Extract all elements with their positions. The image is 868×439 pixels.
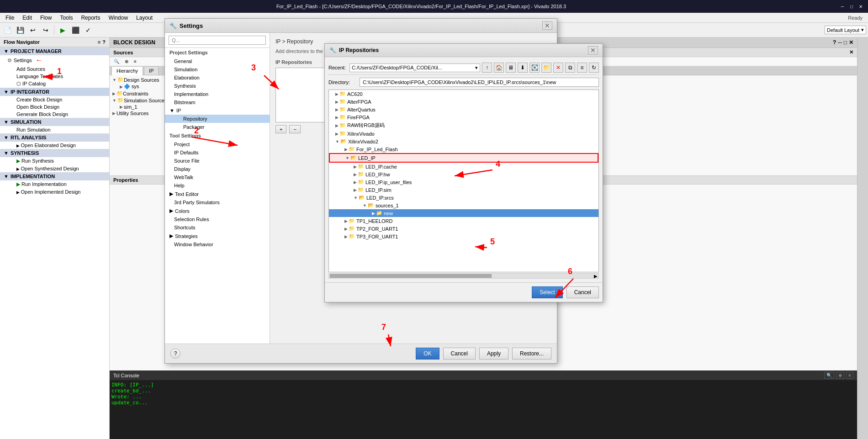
settings-search-input[interactable] — [169, 36, 266, 45]
settings-display[interactable]: Display — [165, 165, 270, 173]
ip-delete-btn[interactable]: ✕ — [553, 63, 563, 73]
settings-ok-btn[interactable]: OK — [416, 348, 439, 360]
ip-tree-led-ip-sim[interactable]: ▶ 📁 LED_IP.sim — [329, 186, 598, 194]
ip-tree-led-ip-user-files[interactable]: ▶ 📁 LED_IP.ip_user_files — [329, 178, 598, 186]
ip-tree-rawrgb[interactable]: ▶ 📁 RAW转RGB源码 — [329, 121, 598, 130]
folder-for-ip: 📁 — [349, 146, 355, 152]
ip-tree-tp1[interactable]: ▶ 📁 TP1_HEELORD — [329, 217, 598, 225]
settings-ip-defaults[interactable]: IP Defaults — [165, 148, 270, 157]
folder-led-user-files: 📁 — [358, 179, 364, 185]
settings-tool-settings-label: Tool Settings — [165, 131, 270, 140]
chevron-led-hw: ▶ — [354, 172, 357, 177]
folder-led-srcs: 📂 — [359, 195, 365, 201]
ip-recent-arrow-icon: ▾ — [475, 65, 478, 71]
ip-tree-for-ip-led-flash[interactable]: ▶ 📁 For_IP_Led_Flash — [329, 145, 598, 153]
ip-tree-led-ip[interactable]: ▼ 📂 LED_IP — [329, 153, 598, 163]
settings-simulation[interactable]: Simulation — [165, 65, 270, 74]
settings-dialog-titlebar: 🔧 Settings ✕ — [165, 19, 557, 33]
settings-packager[interactable]: Packager — [165, 123, 270, 131]
ip-drive-btn[interactable]: 💽 — [529, 63, 540, 73]
settings-tree: Project Settings General Simulation Elab… — [165, 48, 270, 344]
settings-selection-rules[interactable]: Selection Rules — [165, 215, 270, 223]
chevron-tp2: ▶ — [344, 227, 348, 231]
ip-tree-led-ip-cache[interactable]: ▶ 📁 LED_IP.cache — [329, 163, 598, 170]
chevron-rawrgb: ▶ — [335, 123, 339, 128]
scrollbar-thumb-h — [330, 274, 492, 278]
ip-tree-tp3[interactable]: ▶ 📁 TP3_FOR_UART1 — [329, 233, 598, 240]
settings-3rd-party[interactable]: 3rd Party Simulators — [165, 198, 270, 206]
settings-strategies-group[interactable]: ▶ Strategies — [165, 232, 270, 240]
settings-implementation[interactable]: Implementation — [165, 90, 270, 98]
settings-synthesis[interactable]: Synthesis — [165, 82, 270, 90]
ip-up-btn[interactable]: ↑ — [482, 63, 492, 73]
ip-tree-sources-1[interactable]: ▼ 📂 sources_1 — [329, 201, 598, 209]
settings-restore-btn[interactable]: Restore... — [512, 348, 551, 360]
ip-new-folder-btn[interactable]: 📁 — [541, 63, 551, 73]
settings-help[interactable]: Help — [165, 181, 270, 190]
ip-tree-container: ▶ 📁 AC620 ▶ 📁 AlterFPGA ▶ 📁 AlterQuartus — [328, 90, 599, 272]
ip-tree-alterfpga[interactable]: ▶ 📁 AlterFPGA — [329, 98, 598, 106]
settings-project-settings-label: Project Settings — [165, 48, 270, 57]
chevron-led-ip: ▼ — [345, 156, 349, 160]
folder-alterquartus: 📁 — [339, 106, 346, 112]
ip-repo-flame-icon: 🔧 — [329, 47, 336, 53]
settings-text-editor-label: Text Editor — [175, 191, 199, 197]
ip-recent-dropdown[interactable]: C:/Users/ZF/Desktop/FPGA_CODE/Xil... ▾ — [349, 63, 480, 72]
folder-firefpga: 📁 — [339, 114, 346, 120]
ip-tree-led-ip-hw[interactable]: ▶ 📁 LED_IP.hw — [329, 170, 598, 178]
ip-repo-add-btn[interactable]: + — [275, 125, 286, 133]
settings-apply-btn[interactable]: Apply — [479, 348, 508, 360]
folder-new: 📁 — [376, 210, 382, 216]
settings-project[interactable]: Project — [165, 140, 270, 148]
ip-recent-path: C:/Users/ZF/Desktop/FPGA_CODE/Xil... — [352, 65, 442, 70]
settings-elaboration[interactable]: Elaboration — [165, 74, 270, 82]
ip-tree-xilinxvivado[interactable]: ▶ 📁 XilinxVivado — [329, 130, 598, 138]
ip-tree-scrollbar-h[interactable]: ▶ — [328, 273, 599, 279]
ip-tree-alterquartus[interactable]: ▶ 📁 AlterQuartus — [329, 106, 598, 113]
settings-source-file[interactable]: Source File — [165, 157, 270, 165]
folder-led-sim: 📁 — [358, 187, 364, 193]
settings-ip-group[interactable]: ▼ IP — [165, 106, 270, 115]
chevron-led-srcs: ▼ — [354, 196, 358, 200]
ip-repo-close[interactable]: ✕ — [588, 46, 598, 54]
folder-led-cache: 📁 — [358, 164, 364, 169]
folder-tp1: 📁 — [349, 218, 355, 224]
ip-repo-cancel-btn[interactable]: Cancel — [566, 286, 599, 298]
ip-dir-row: Directory: — [328, 78, 599, 87]
ip-tree-firefpga[interactable]: ▶ 📁 FireFPGA — [329, 113, 598, 121]
ip-tree-new[interactable]: ▶ 📁 new — [329, 209, 598, 217]
ip-repo-titlebar: 🔧 IP Repositories ✕ — [325, 44, 603, 57]
folder-sources-1: 📂 — [368, 202, 374, 208]
folder-rawrgb: 📁 — [339, 122, 346, 128]
ip-tree-xilinxvivado2[interactable]: ▼ 📂 XilinxVivado2 — [329, 138, 598, 145]
ip-download-btn[interactable]: ⬇ — [518, 63, 528, 73]
ip-copy-btn[interactable]: ⧉ — [565, 63, 575, 73]
ip-desktop-btn[interactable]: 🖥 — [506, 63, 516, 73]
ip-repo-select-btn[interactable]: Select — [532, 286, 562, 298]
ip-tree-tp2[interactable]: ▶ 📁 TP2_FOR_UART1 — [329, 225, 598, 233]
settings-window-behavior[interactable]: Window Behavior — [165, 240, 270, 249]
settings-dialog-close[interactable]: ✕ — [542, 21, 552, 30]
settings-webtalk[interactable]: WebTalk — [165, 173, 270, 181]
settings-shortcuts[interactable]: Shortcuts — [165, 223, 270, 232]
ip-refresh-btn[interactable]: ↻ — [589, 63, 599, 73]
chevron-for-ip: ▶ — [344, 147, 348, 152]
settings-repository[interactable]: Repository — [165, 115, 270, 123]
settings-general[interactable]: General — [165, 57, 270, 65]
ip-home-btn[interactable]: 🏠 — [494, 63, 504, 73]
ip-dir-input[interactable] — [360, 78, 599, 87]
settings-dialog-title: 🔧 Settings — [169, 22, 203, 29]
chevron-alterquartus: ▶ — [335, 107, 339, 112]
ip-tree-led-ip-srcs[interactable]: ▼ 📂 LED_IP.srcs — [329, 194, 598, 201]
settings-bitstream[interactable]: Bitstream — [165, 98, 270, 106]
ip-repo-remove-btn[interactable]: − — [289, 125, 300, 133]
settings-text-editor-group[interactable]: ▶ Text Editor — [165, 190, 270, 198]
settings-colors-group[interactable]: ▶ Colors — [165, 206, 270, 215]
ip-repositories-dialog: 🔧 IP Repositories ✕ Recent: C:/Users/ZF/… — [324, 43, 603, 302]
settings-cancel-btn[interactable]: Cancel — [443, 348, 476, 360]
ip-repo-toolbar: Recent: C:/Users/ZF/Desktop/FPGA_CODE/Xi… — [328, 61, 599, 75]
settings-help-btn[interactable]: ? — [170, 349, 180, 359]
ip-tree-ac620[interactable]: ▶ 📁 AC620 — [329, 90, 598, 98]
ip-details-btn[interactable]: ≡ — [577, 63, 587, 73]
scrollbar-right-arrow: ▶ — [594, 274, 598, 279]
